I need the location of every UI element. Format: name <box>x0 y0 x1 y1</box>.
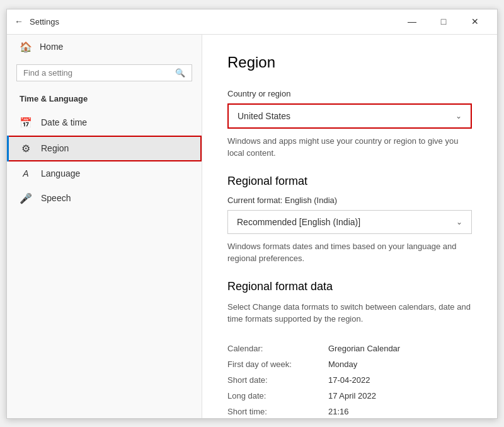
regional-format-data-section: Regional format data Select Change data … <box>227 280 472 418</box>
first-day-key: First day of week: <box>227 360 328 369</box>
country-label: Country or region <box>227 89 472 98</box>
search-icon: 🔍 <box>175 68 185 78</box>
sidebar-item-region-label: Region <box>41 143 69 153</box>
table-row: First day of week: Monday <box>227 356 472 372</box>
sidebar-item-language[interactable]: A Language <box>7 161 202 185</box>
short-time-key: Short time: <box>227 407 328 416</box>
sidebar: 🏠 Home 🔍 Time & Language 📅 Date & time ⚙… <box>7 35 202 418</box>
speech-icon: 🎤 <box>20 192 32 204</box>
search-input[interactable] <box>23 68 175 78</box>
format-chevron-icon: ⌄ <box>456 218 462 226</box>
format-dropdown-value: Recommended [English (India)] <box>237 217 360 227</box>
home-label: Home <box>40 42 63 52</box>
format-helper-text: Windows formats dates and times based on… <box>227 240 472 265</box>
home-icon: 🏠 <box>20 41 32 53</box>
country-dropdown[interactable]: United States ⌄ <box>227 103 472 129</box>
current-format-label: Current format: English (India) <box>227 196 472 205</box>
regional-format-section: Regional format Current format: English … <box>227 175 472 265</box>
first-day-value: Monday <box>328 360 357 369</box>
window-controls: — □ ✕ <box>398 12 490 31</box>
sidebar-section-label: Time & Language <box>7 91 202 110</box>
short-time-value: 21:16 <box>328 407 349 416</box>
long-date-value: 17 April 2022 <box>328 391 376 401</box>
calendar-key: Calendar: <box>227 344 328 353</box>
country-helper-text: Windows and apps might use your country … <box>227 135 472 160</box>
minimize-button[interactable]: — <box>398 12 427 31</box>
long-date-key: Long date: <box>227 391 328 401</box>
language-icon: A <box>20 168 32 178</box>
short-date-value: 17-04-2022 <box>328 375 370 385</box>
sidebar-item-speech[interactable]: 🎤 Speech <box>7 185 202 211</box>
sidebar-item-date-time-label: Date & time <box>41 117 87 127</box>
maximize-button[interactable]: □ <box>429 12 458 31</box>
date-time-icon: 📅 <box>20 117 32 129</box>
search-box[interactable]: 🔍 <box>16 64 192 81</box>
window-title: Settings <box>30 17 59 26</box>
regional-format-data-title: Regional format data <box>227 280 472 293</box>
country-dropdown-value: United States <box>238 111 290 121</box>
page-title: Region <box>227 54 472 71</box>
calendar-value: Gregorian Calendar <box>328 344 400 353</box>
format-dropdown[interactable]: Recommended [English (India)] ⌄ <box>227 210 472 234</box>
sidebar-item-date-time[interactable]: 📅 Date & time <box>7 110 202 136</box>
table-row: Short date: 17-04-2022 <box>227 372 472 388</box>
country-chevron-icon: ⌄ <box>455 112 462 120</box>
app-body: 🏠 Home 🔍 Time & Language 📅 Date & time ⚙… <box>7 35 497 418</box>
table-row: Calendar: Gregorian Calendar <box>227 341 472 356</box>
region-icon: ⚙ <box>20 143 32 155</box>
title-bar: ← Settings — □ ✕ <box>7 9 497 35</box>
table-row: Long date: 17 April 2022 <box>227 388 472 404</box>
close-button[interactable]: ✕ <box>461 12 490 31</box>
sidebar-item-region[interactable]: ⚙ Region <box>7 136 202 161</box>
sidebar-home-item[interactable]: 🏠 Home <box>7 35 202 59</box>
sidebar-item-language-label: Language <box>41 168 80 178</box>
data-table: Calendar: Gregorian Calendar First day o… <box>227 341 472 418</box>
main-content: Region Country or region United States ⌄… <box>202 35 497 418</box>
sidebar-item-speech-label: Speech <box>41 193 71 203</box>
back-button[interactable]: ← <box>14 16 23 26</box>
title-bar-left: ← Settings <box>14 16 59 26</box>
regional-format-title: Regional format <box>227 175 472 188</box>
short-date-key: Short date: <box>227 375 328 385</box>
country-section: Country or region United States ⌄ Window… <box>227 89 472 160</box>
settings-window: ← Settings — □ ✕ 🏠 Home 🔍 Time & Languag… <box>6 9 498 419</box>
regional-format-data-desc: Select Change data formats to switch bet… <box>227 301 472 325</box>
table-row: Short time: 21:16 <box>227 404 472 418</box>
